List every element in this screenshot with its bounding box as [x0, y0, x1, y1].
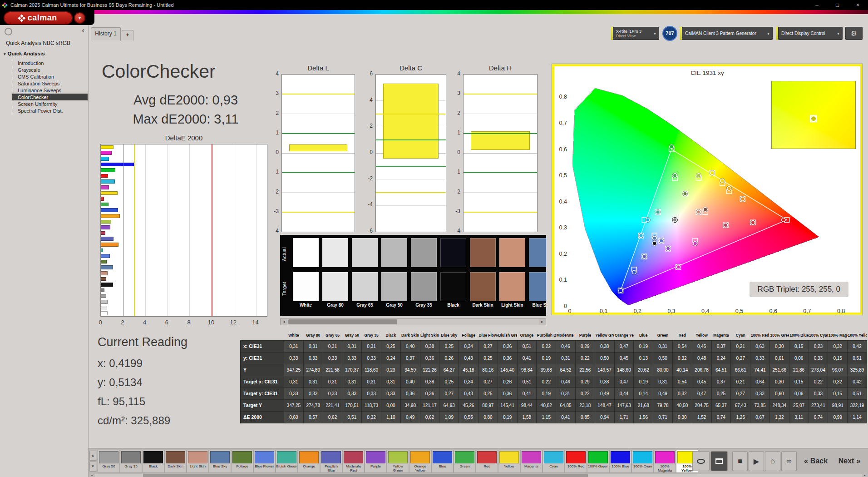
- pattern-swatch-blue[interactable]: Blue: [431, 450, 454, 473]
- bottom-scrollbar[interactable]: ◄ ►: [89, 474, 868, 477]
- dc-plot[interactable]: [375, 74, 446, 232]
- pattern-swatch-gray-35[interactable]: Gray 35: [120, 450, 142, 473]
- home-button[interactable]: ⌂: [765, 451, 780, 471]
- pattern-swatch-100-blue[interactable]: 100% Blue: [609, 450, 631, 473]
- gridline: [234, 144, 234, 316]
- calman-logo[interactable]: calman: [4, 11, 73, 25]
- cie-chart-panel[interactable]: CIE 1931 xy 00,10,20,30,40,50,60,70,8 00…: [552, 64, 863, 315]
- scroll-left-icon[interactable]: ◄: [89, 474, 95, 477]
- play-button[interactable]: ▶: [749, 451, 764, 471]
- pattern-swatch-magenta[interactable]: Magenta: [520, 450, 542, 473]
- stop-button[interactable]: ■: [732, 451, 748, 471]
- sidebar-menu-button[interactable]: [5, 28, 12, 35]
- tolerance-line: [282, 172, 355, 173]
- display-control-dropdown[interactable]: Direct Display Control ▾: [778, 27, 843, 40]
- tree-root-quick-analysis[interactable]: ▾Quick Analysis: [4, 51, 45, 56]
- sidebar-item-grayscale[interactable]: Grayscale: [12, 66, 88, 73]
- sidebar-item-cms-calibration[interactable]: CMS Calibration: [12, 73, 88, 80]
- table-cell: 0,34: [459, 376, 478, 388]
- loop-button[interactable]: ∞: [781, 451, 797, 471]
- add-tab-button[interactable]: +: [122, 30, 133, 40]
- pattern-swatch-dark-skin[interactable]: Dark Skin: [164, 450, 187, 473]
- pattern-swatch-moderate-red[interactable]: Moderate Red: [342, 450, 365, 473]
- close-button[interactable]: ×: [848, 0, 868, 10]
- table-row: Target x: CIE310,310,310,310,310,310,310…: [241, 376, 867, 388]
- scroll-right-icon[interactable]: ►: [862, 474, 868, 477]
- deltae-bar-gray-80: [101, 306, 107, 310]
- pattern-swatch-orange[interactable]: Orange: [298, 450, 320, 473]
- pattern-window-button[interactable]: [710, 451, 728, 471]
- table-cell: 0,24: [711, 352, 731, 364]
- pattern-swatch-orange-yellow[interactable]: Orange Yellow: [409, 450, 431, 473]
- back-button[interactable]: « Back: [801, 451, 830, 471]
- sidebar-collapse-button[interactable]: ‹: [82, 26, 84, 35]
- pattern-swatch-100-magenta[interactable]: 100% Magenta: [654, 450, 676, 473]
- pattern-swatch-gray-50[interactable]: Gray 50: [98, 450, 120, 473]
- preview-window-button[interactable]: [692, 451, 710, 471]
- table-cell: 0,31: [342, 376, 362, 388]
- dl-plot[interactable]: [281, 74, 355, 232]
- table-cell: 0,26: [498, 376, 517, 388]
- pattern-swatch-yellow[interactable]: Yellow: [498, 450, 520, 473]
- pattern-swatch-purple[interactable]: Purple: [365, 450, 387, 473]
- sidebar-item-colorchecker[interactable]: ColorChecker: [12, 94, 88, 100]
- sidebar-item-spectral-power-dist[interactable]: Spectral Power Dist.: [12, 107, 88, 114]
- minimize-button[interactable]: –: [807, 0, 827, 10]
- actual-target-panel[interactable]: Actual Target WhiteGray 80Gray 65Gray 50…: [280, 235, 546, 316]
- swatch-label: Moderate Red: [343, 464, 364, 472]
- tab-history-1[interactable]: History 1: [91, 27, 121, 40]
- rgb-triplet-readout: RGB Triplet: 255, 255, 0: [750, 282, 848, 297]
- meter-dropdown[interactable]: X-Rite i1Pro 3 Direct View ▾: [613, 27, 659, 40]
- pattern-swatch-cyan[interactable]: Cyan: [542, 450, 565, 473]
- pattern-swatch-purplish-blue[interactable]: Purplish Blue: [320, 450, 342, 473]
- pattern-generator-dropdown[interactable]: CalMAN Client 3 Pattern Generator ▾: [682, 27, 773, 40]
- table-cell: 0,06: [789, 352, 809, 364]
- meter-badge[interactable]: 707: [662, 26, 677, 41]
- table-cell: 0,31: [284, 340, 304, 352]
- pattern-swatch-red[interactable]: Red: [476, 450, 498, 473]
- pattern-swatch-blue-flower[interactable]: Blue Flower: [253, 450, 276, 473]
- table-cell: 0,47: [692, 388, 711, 399]
- tolerance-line: [282, 212, 355, 213]
- sidebar-item-saturation-sweeps[interactable]: Saturation Sweeps: [12, 80, 88, 87]
- axis-tick-label: 0,7: [803, 308, 811, 314]
- pattern-swatch-foliage[interactable]: Foliage: [231, 450, 253, 473]
- sidebar-item-luminance-sweeps[interactable]: Luminance Sweeps: [12, 87, 88, 94]
- sidebar-item-introduction[interactable]: Introduction: [12, 60, 88, 66]
- deltae-chart-panel[interactable]: [100, 144, 267, 317]
- main-menu-button[interactable]: ▾: [74, 12, 85, 24]
- window-icon: [715, 458, 723, 464]
- next-button[interactable]: Next »: [836, 451, 863, 471]
- column-header-100-magenta: 100% Magenta: [828, 330, 848, 340]
- pattern-scroll-up-button[interactable]: ▲: [89, 451, 96, 461]
- max-de2000: Max dE2000: 3,11: [97, 112, 274, 127]
- meter-name: X-Rite i1Pro 3: [616, 29, 641, 34]
- scroll-left-icon[interactable]: ◄: [281, 319, 287, 325]
- settings-button[interactable]: ⚙: [845, 27, 863, 40]
- pattern-swatch-bluish-green[interactable]: Bluish Green: [276, 450, 298, 473]
- pattern-swatch-100-cyan[interactable]: 100% Cyan: [631, 450, 654, 473]
- pattern-swatch-light-skin[interactable]: Light Skin: [187, 450, 209, 473]
- deltae-bar-100-red: [101, 174, 108, 178]
- axis-tick-label: 0,6: [559, 146, 567, 153]
- column-header-green: Green: [653, 330, 673, 340]
- scrollbar-thumb[interactable]: [288, 319, 397, 324]
- pattern-swatch-blue-sky[interactable]: Blue Sky: [209, 450, 231, 473]
- pattern-swatch-green[interactable]: Green: [454, 450, 476, 473]
- sidebar-item-screen-uniformity[interactable]: Screen Uniformity: [12, 100, 88, 107]
- table-cell: 248,34: [769, 399, 789, 411]
- dh-plot[interactable]: [463, 74, 538, 232]
- comparison-scrollbar[interactable]: ◄ ►: [280, 318, 546, 325]
- scrollbar-thumb[interactable]: [143, 474, 588, 477]
- chevron-down-icon: ▾: [834, 31, 839, 36]
- pattern-swatch-black[interactable]: Black: [142, 450, 164, 473]
- pattern-swatch-100-red[interactable]: 100% Red: [565, 450, 587, 473]
- table-cell: 322,19: [848, 399, 867, 411]
- pattern-swatch-100-green[interactable]: 100% Green: [587, 450, 609, 473]
- table-cell: 0,33: [342, 388, 362, 399]
- swatch-color: [477, 451, 497, 463]
- pattern-scroll-down-button[interactable]: ▼: [89, 462, 96, 472]
- pattern-swatch-yellow-green[interactable]: Yellow Green: [387, 450, 409, 473]
- scroll-right-icon[interactable]: ►: [539, 319, 546, 325]
- maximize-button[interactable]: □: [827, 0, 848, 10]
